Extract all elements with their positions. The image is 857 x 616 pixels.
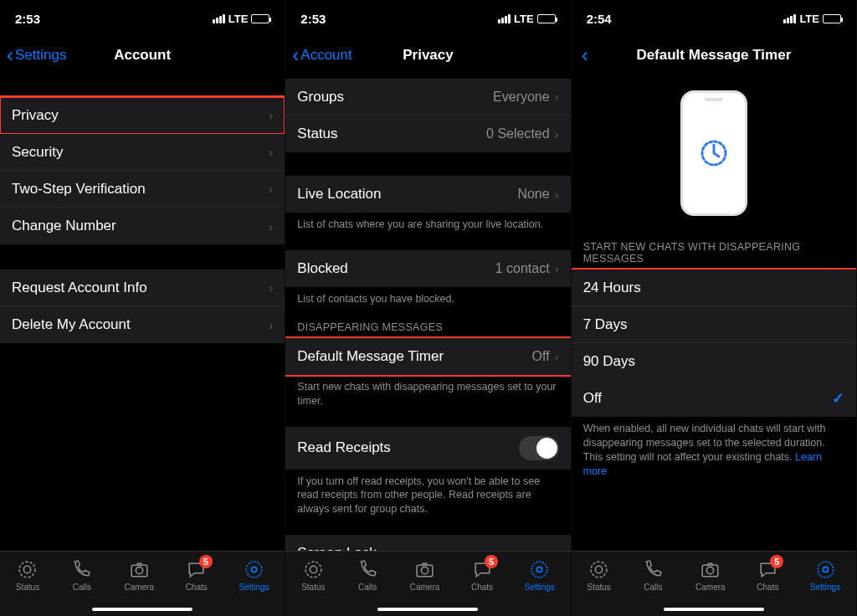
option-label: Off <box>583 390 832 407</box>
network-label: LTE <box>514 13 534 25</box>
option-90-days[interactable]: 90 Days <box>572 343 856 380</box>
row-value: Off <box>532 349 550 364</box>
chat-icon: 5 <box>757 558 778 580</box>
tab-settings[interactable]: Settings <box>239 558 269 592</box>
chevron-right-icon: › <box>269 280 273 295</box>
row-value: Everyone <box>493 90 550 105</box>
row-status[interactable]: Status 0 Selected › <box>285 116 570 152</box>
row-read-receipts[interactable]: Read Receipts <box>285 427 570 470</box>
row-label: Change Number <box>12 218 269 234</box>
battery-icon <box>823 14 841 23</box>
row-security[interactable]: Security › <box>0 134 285 171</box>
tab-camera[interactable]: Camera <box>124 558 154 592</box>
back-button[interactable]: ‹ Settings <box>7 45 66 65</box>
svg-point-3 <box>136 567 142 573</box>
chevron-right-icon: › <box>269 108 273 122</box>
row-label: Blocked <box>297 260 495 277</box>
row-groups[interactable]: Groups Everyone › <box>285 79 570 116</box>
row-label: Status <box>297 126 486 142</box>
phone-icon <box>357 558 378 580</box>
back-button[interactable]: ‹ <box>578 45 590 65</box>
tab-calls[interactable]: Calls <box>642 558 664 592</box>
tab-status[interactable]: Status <box>587 558 610 592</box>
row-value: 0 Selected <box>486 126 550 141</box>
tab-settings[interactable]: Settings <box>525 558 555 592</box>
chevron-right-icon: › <box>269 145 273 159</box>
phone-account: 2:53 LTE ‹ Settings Account Privacy › Se… <box>0 0 285 616</box>
tab-label: Settings <box>525 583 555 592</box>
status-time: 2:53 <box>300 12 326 26</box>
chevron-right-icon: › <box>269 182 273 196</box>
nav-bar: ‹ Default Message Timer <box>572 37 856 74</box>
row-label: Delete My Account <box>12 316 269 333</box>
row-delete-account[interactable]: Delete My Account › <box>0 306 285 343</box>
option-label: 7 Days <box>583 316 844 333</box>
option-off[interactable]: Off ✓ <box>572 380 856 417</box>
svg-point-14 <box>595 566 602 572</box>
tab-calls[interactable]: Calls <box>357 558 378 592</box>
chevron-right-icon: › <box>555 90 559 104</box>
tab-status[interactable]: Status <box>301 558 325 592</box>
network-label: LTE <box>228 13 249 25</box>
option-7-days[interactable]: 7 Days <box>572 306 856 343</box>
home-indicator <box>92 608 192 611</box>
option-label: 90 Days <box>583 353 844 370</box>
svg-point-18 <box>818 562 834 578</box>
row-blocked[interactable]: Blocked 1 contact › <box>285 250 570 287</box>
svg-point-13 <box>591 562 607 578</box>
row-label: Request Account Info <box>12 280 269 296</box>
tab-camera[interactable]: Camera <box>410 558 440 592</box>
chevron-left-icon: ‹ <box>292 45 299 65</box>
tab-calls[interactable]: Calls <box>71 558 93 592</box>
row-request-info[interactable]: Request Account Info › <box>0 270 285 306</box>
svg-point-4 <box>251 567 256 572</box>
footer-explanation: When enabled, all new individual chats w… <box>572 417 856 482</box>
tab-label: Settings <box>810 583 840 592</box>
badge: 5 <box>770 555 783 568</box>
tab-status[interactable]: Status <box>16 558 39 592</box>
home-indicator <box>664 608 764 611</box>
row-change-number[interactable]: Change Number › <box>0 208 285 244</box>
status-bar: 2:54 LTE <box>572 0 856 37</box>
row-label: Privacy <box>12 107 269 124</box>
tab-chats[interactable]: 5Chats <box>471 558 493 592</box>
tab-label: Chats <box>757 583 778 592</box>
tab-camera[interactable]: Camera <box>695 558 726 592</box>
signal-icon <box>213 14 225 23</box>
back-button[interactable]: ‹ Account <box>292 45 352 65</box>
tab-label: Camera <box>695 583 726 592</box>
chat-icon: 5 <box>471 558 493 580</box>
status-bar: 2:53 LTE <box>0 0 285 37</box>
row-live-location[interactable]: Live Location None › <box>285 176 570 213</box>
back-label: Settings <box>15 47 66 64</box>
phone-privacy: 2:53 LTE ‹ Account Privacy Groups Everyo… <box>285 0 571 616</box>
chevron-right-icon: › <box>269 219 273 234</box>
header-start-new: START NEW CHATS WITH DISAPPEARING MESSAG… <box>572 229 856 270</box>
status-time: 2:53 <box>15 12 40 26</box>
footer-read-receipts: If you turn off read receipts, you won't… <box>285 470 570 521</box>
gear-icon <box>814 558 836 580</box>
toggle-read-receipts[interactable] <box>519 436 559 460</box>
row-label: Live Location <box>297 186 517 203</box>
nav-bar: ‹ Account Privacy <box>285 37 570 74</box>
checkmark-icon: ✓ <box>832 389 844 408</box>
tab-label: Calls <box>73 583 91 592</box>
row-privacy[interactable]: Privacy › <box>0 97 285 134</box>
row-screen-lock[interactable]: Screen Lock › <box>285 535 570 551</box>
tab-label: Camera <box>124 583 154 592</box>
row-two-step[interactable]: Two-Step Verification › <box>0 171 285 208</box>
status-time: 2:54 <box>587 12 612 26</box>
tab-label: Calls <box>358 583 377 592</box>
tab-bar: Status Calls Camera 5Chats Settings <box>572 551 856 616</box>
svg-point-6 <box>305 562 321 578</box>
battery-icon <box>251 14 269 23</box>
option-24-hours[interactable]: 24 Hours <box>572 270 856 306</box>
row-default-timer[interactable]: Default Message Timer Off › <box>285 338 570 375</box>
tab-settings[interactable]: Settings <box>810 558 840 592</box>
phone-default-timer: 2:54 LTE ‹ Default Message Timer START N… <box>572 0 857 616</box>
footer-blocked: List of contacts you have blocked. <box>285 287 570 310</box>
tab-label: Chats <box>471 583 493 592</box>
battery-icon <box>537 14 556 23</box>
tab-chats[interactable]: 5 Chats <box>186 558 208 592</box>
tab-chats[interactable]: 5Chats <box>757 558 778 592</box>
